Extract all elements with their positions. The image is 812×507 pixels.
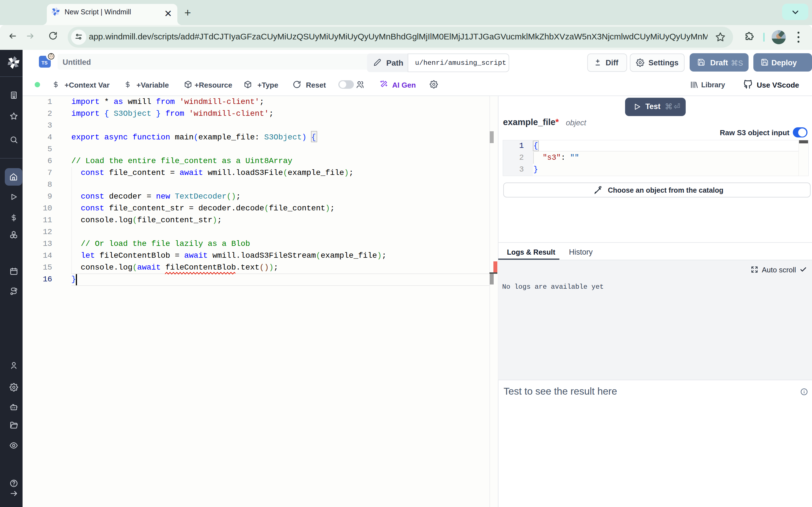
svg-text:TS: TS (42, 60, 48, 66)
